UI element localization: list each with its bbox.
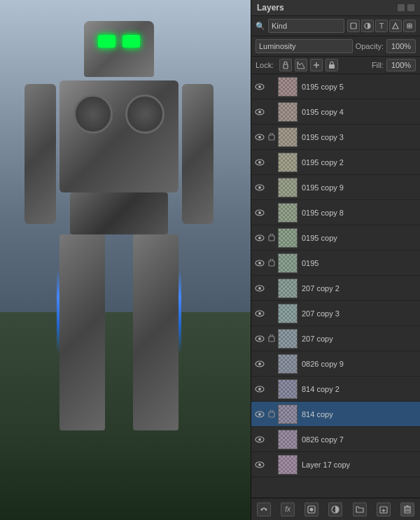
layer-item[interactable]: 0826 copy 9 — [251, 351, 420, 377]
svg-rect-40 — [269, 412, 274, 417]
layer-thumbnail — [278, 354, 298, 374]
svg-rect-23 — [269, 236, 274, 241]
layer-visibility-icon[interactable] — [254, 232, 265, 244]
layer-thumbnail — [278, 329, 298, 349]
layer-name-label: 0195 copy 3 — [300, 133, 417, 141]
layer-visibility-icon[interactable] — [254, 434, 265, 445]
panel-footer: fx — [251, 498, 420, 520]
layer-visibility-icon[interactable] — [254, 333, 265, 344]
svg-point-32 — [258, 337, 261, 340]
layer-thumbnail — [278, 430, 298, 449]
layer-visibility-icon[interactable] — [254, 409, 265, 420]
blend-row: Luminosity Opacity: — [251, 36, 420, 57]
fill-label: Fill: — [372, 61, 384, 69]
layer-link-icon — [267, 106, 276, 118]
lock-transparency-btn[interactable] — [279, 59, 292, 71]
layer-item[interactable]: 0195 copy 5 — [251, 74, 420, 99]
layer-thumbnail — [278, 379, 298, 399]
layer-link-icon — [267, 434, 276, 445]
panel-title-icons — [398, 4, 414, 11]
link-layers-button[interactable] — [257, 503, 271, 517]
layer-name-label: 0195 copy — [300, 234, 417, 242]
layer-item[interactable]: 207 copy — [251, 326, 420, 351]
layers-list[interactable]: 0195 copy 50195 copy 40195 copy 30195 co… — [251, 74, 420, 498]
layer-style-button[interactable]: fx — [281, 503, 295, 517]
layer-thumbnail — [278, 228, 298, 248]
layer-item[interactable]: 0195 copy 4 — [251, 99, 420, 125]
layer-link-icon — [267, 132, 276, 143]
svg-point-13 — [258, 136, 261, 139]
layer-visibility-icon[interactable] — [254, 157, 265, 168]
robot-chest — [59, 80, 178, 192]
lock-row: Lock: Fill: — [251, 57, 420, 74]
filter-smart-btn[interactable] — [403, 20, 416, 32]
layer-visibility-icon[interactable] — [254, 384, 265, 395]
layer-item[interactable]: 0195 copy 9 — [251, 175, 420, 200]
layer-visibility-icon[interactable] — [254, 81, 265, 92]
layer-item[interactable]: 0195 copy 3 — [251, 125, 420, 150]
lock-label: Lock: — [255, 61, 274, 69]
close-icon[interactable] — [407, 4, 414, 11]
layer-thumbnail — [278, 203, 298, 223]
svg-point-42 — [258, 438, 261, 441]
layer-item[interactable]: 0195 — [251, 251, 420, 276]
layer-link-icon — [267, 358, 276, 370]
filter-kind-select[interactable]: Kind — [268, 19, 344, 33]
layer-item[interactable]: 0195 copy — [251, 225, 420, 251]
layer-visibility-icon[interactable] — [254, 207, 265, 218]
layer-item[interactable]: 207 copy 2 — [251, 276, 420, 301]
layer-item[interactable]: 0195 copy 8 — [251, 200, 420, 225]
layer-name-label: 0195 copy 2 — [300, 158, 417, 167]
opacity-input[interactable] — [386, 39, 416, 53]
robot-leg-left — [59, 234, 105, 430]
svg-point-37 — [258, 388, 261, 391]
new-layer-button[interactable] — [377, 503, 391, 517]
group-layers-button[interactable] — [353, 503, 367, 517]
layer-link-icon — [267, 258, 276, 269]
filter-buttons: T — [347, 20, 416, 32]
filter-adjustment-btn[interactable] — [361, 20, 374, 32]
layer-visibility-icon[interactable] — [254, 283, 265, 294]
layer-visibility-icon[interactable] — [254, 106, 265, 118]
filter-pixel-btn[interactable] — [347, 20, 360, 32]
layer-visibility-icon[interactable] — [254, 132, 265, 143]
layer-visibility-icon[interactable] — [254, 308, 265, 319]
search-icon: 🔍 — [255, 21, 265, 31]
layer-visibility-icon[interactable] — [254, 358, 265, 370]
layer-visibility-icon[interactable] — [254, 459, 265, 470]
svg-rect-7 — [329, 64, 335, 69]
delete-layer-button[interactable] — [400, 503, 414, 517]
layer-visibility-icon[interactable] — [254, 258, 265, 269]
svg-point-30 — [258, 312, 261, 315]
robot-figure — [21, 7, 217, 497]
lock-all-btn[interactable] — [326, 59, 338, 71]
lock-image-btn[interactable] — [295, 59, 307, 71]
layer-item[interactable]: 0195 copy 2 — [251, 150, 420, 175]
collapse-icon[interactable] — [398, 4, 405, 11]
robot-waist — [70, 192, 168, 234]
layer-name-label: 0195 copy 5 — [300, 83, 417, 91]
add-mask-button[interactable] — [304, 503, 318, 517]
lock-position-btn[interactable] — [310, 59, 323, 71]
layer-item[interactable]: 207 copy 3 — [251, 301, 420, 326]
svg-point-28 — [258, 287, 261, 290]
svg-point-11 — [258, 111, 261, 113]
layer-item[interactable]: 814 copy — [251, 402, 420, 427]
blend-mode-select[interactable]: Luminosity — [255, 39, 353, 53]
adjustment-layer-button[interactable] — [328, 503, 342, 517]
svg-point-22 — [258, 237, 261, 239]
layer-item[interactable]: 0826 copy 7 — [251, 427, 420, 452]
svg-point-9 — [258, 85, 261, 88]
svg-point-48 — [310, 507, 314, 511]
layers-panel: Layers 🔍 Kind T — [251, 0, 420, 520]
layer-item[interactable]: 814 copy 2 — [251, 377, 420, 402]
filter-type-btn[interactable]: T — [375, 20, 388, 32]
filter-shape-btn[interactable] — [389, 20, 402, 32]
layer-item[interactable]: Layer 17 copy — [251, 452, 420, 477]
svg-rect-26 — [269, 261, 274, 266]
layer-visibility-icon[interactable] — [254, 182, 265, 193]
layer-thumbnail — [278, 178, 298, 197]
layer-name-label: 207 copy 3 — [300, 309, 417, 318]
fill-input[interactable] — [386, 59, 416, 71]
layer-link-icon — [267, 308, 276, 319]
